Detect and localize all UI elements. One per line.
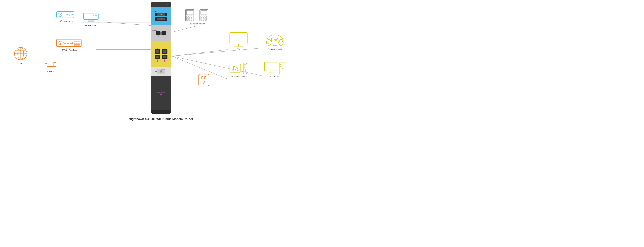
usb-label: USB <box>154 10 156 12</box>
svg-rect-67 <box>203 16 204 17</box>
splitter-label: Splitter <box>47 70 54 73</box>
splitter-icon: Splitter <box>45 59 56 73</box>
usb-section: USB ⚡ ⚡ <box>151 6 171 25</box>
svg-rect-54 <box>186 10 193 15</box>
svg-rect-103 <box>280 66 284 67</box>
svg-rect-87 <box>274 39 275 40</box>
svg-rect-72 <box>201 19 202 20</box>
svg-line-2 <box>172 25 198 32</box>
streaming-icon: Streaming Player <box>230 63 248 78</box>
computer-icon: Computer <box>264 62 286 78</box>
svg-rect-63 <box>191 19 192 20</box>
gameconsole-label: Game Console <box>268 48 282 50</box>
svg-rect-75 <box>230 32 247 44</box>
power-text: AC 110-220V~50-60Hz, 1.2A max <box>157 90 165 93</box>
router-stand <box>151 110 171 114</box>
svg-rect-37 <box>76 44 78 46</box>
telephone-lines-label: 2 Telephone Lines <box>188 22 205 25</box>
cable-port: CABLE <box>157 69 165 74</box>
svg-rect-105 <box>199 74 209 86</box>
svg-rect-45 <box>84 13 98 19</box>
power-outlet-icon <box>198 73 210 87</box>
svg-point-41 <box>59 14 60 15</box>
svg-rect-32 <box>78 41 80 42</box>
usb-printer-icon: USB Printer <box>83 10 99 26</box>
svg-rect-62 <box>188 19 190 20</box>
svg-rect-73 <box>203 19 204 20</box>
usb-port-2: ⚡ <box>155 17 167 21</box>
svg-rect-74 <box>205 19 206 20</box>
svg-line-12 <box>172 48 263 56</box>
svg-rect-33 <box>74 43 76 44</box>
svg-rect-28 <box>67 42 69 44</box>
svg-rect-56 <box>188 16 190 17</box>
svg-point-108 <box>203 81 205 83</box>
svg-rect-71 <box>205 17 206 19</box>
tv-settop-label: TV Set Top Box <box>62 49 77 51</box>
phone-label: PHONE <box>152 29 156 31</box>
usb-harddrive-icon: USB Hard drive <box>56 10 74 22</box>
streaming-label: Streaming Player <box>230 75 247 78</box>
svg-rect-48 <box>92 15 94 16</box>
gameconsole-icon: Game Console <box>266 32 284 50</box>
usb-harddrive-label: USB Hard drive <box>58 20 73 22</box>
svg-point-44 <box>71 14 72 15</box>
svg-rect-58 <box>186 17 188 19</box>
power-dot <box>160 94 162 95</box>
usb-symbol-2: ⚡ <box>160 18 162 20</box>
svg-point-83 <box>277 38 278 40</box>
svg-rect-61 <box>186 19 188 20</box>
eth-port-4: 4 <box>162 55 168 60</box>
svg-rect-31 <box>76 41 78 42</box>
svg-rect-35 <box>78 43 80 44</box>
svg-line-13 <box>172 56 263 76</box>
svg-rect-106 <box>202 76 203 79</box>
tv-label: TV <box>237 48 240 50</box>
usb-port-1: ⚡ <box>155 13 167 16</box>
svg-line-1 <box>106 22 152 25</box>
tv-settop-icon: TV Set Top Box <box>56 38 83 51</box>
svg-rect-98 <box>264 62 277 71</box>
reset-label: RESET <box>165 4 169 5</box>
svg-point-96 <box>245 69 246 70</box>
svg-rect-69 <box>201 17 202 19</box>
eth-port-1: 1 <box>154 48 160 54</box>
phone-section: PHONE 1) 2) <box>151 25 171 41</box>
svg-rect-94 <box>244 64 246 66</box>
svg-point-95 <box>244 67 246 68</box>
eth-port-3: 3 <box>154 55 160 60</box>
page-title: Nighthawk AC1900 WiFi Cable Modem Router <box>129 117 193 121</box>
svg-point-97 <box>245 71 246 72</box>
svg-marker-92 <box>234 66 238 70</box>
phone-ports: 1) 2) <box>156 31 166 36</box>
svg-point-42 <box>66 14 68 15</box>
svg-rect-59 <box>188 17 190 19</box>
svg-point-26 <box>60 42 61 44</box>
isp-label: ISP <box>19 62 22 64</box>
usb-symbol-1: ⚡ <box>160 14 162 15</box>
svg-rect-23 <box>54 65 56 66</box>
svg-rect-29 <box>70 42 72 44</box>
svg-rect-22 <box>54 63 56 64</box>
svg-rect-68 <box>205 16 206 17</box>
eth-port-2: 2 <box>162 48 168 54</box>
svg-rect-60 <box>191 17 192 19</box>
power-section: AC 110-220V~50-60Hz, 1.2A max <box>151 76 171 110</box>
ethernet-section: 1 2 3 <box>151 41 171 67</box>
cable-label: CABLE <box>161 69 165 70</box>
cable-section: CABLE <box>151 67 171 76</box>
svg-rect-66 <box>201 16 202 17</box>
svg-rect-21 <box>45 63 47 65</box>
router-device: RESET USB ⚡ ⚡ PHONE <box>151 2 171 114</box>
svg-rect-65 <box>201 10 207 15</box>
main-container: ISP Splitter <box>0 0 322 123</box>
svg-rect-20 <box>47 62 54 66</box>
svg-line-10 <box>172 49 228 56</box>
isp-icon: ISP <box>13 46 28 64</box>
svg-point-40 <box>58 13 62 17</box>
svg-rect-49 <box>95 15 97 16</box>
svg-rect-34 <box>76 43 78 44</box>
telephone-lines-icon: 2 Telephone Lines <box>184 9 210 25</box>
svg-point-80 <box>279 39 283 45</box>
svg-rect-102 <box>280 64 284 65</box>
